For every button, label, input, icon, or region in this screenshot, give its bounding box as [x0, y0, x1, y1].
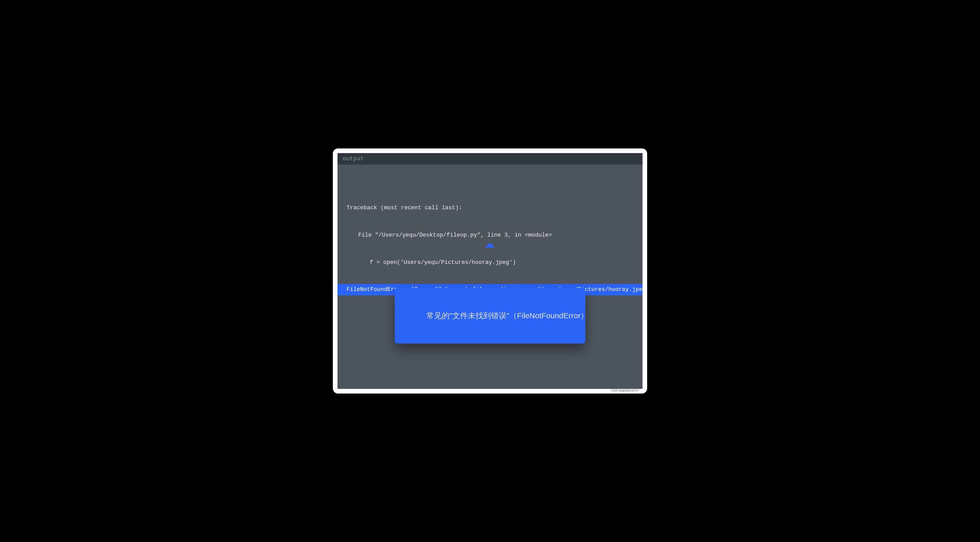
- traceback-line-1: Traceback (most recent call last):: [337, 201, 643, 215]
- callout-box: 常见的"文件未找到错误"（FileNotFoundError）: [395, 288, 585, 344]
- output-header: output: [337, 153, 643, 165]
- callout-container: 常见的"文件未找到错误"（FileNotFoundError）: [395, 247, 585, 371]
- callout-text: 常见的"文件未找到错误"（FileNotFoundError）: [426, 311, 588, 320]
- window-frame: output Traceback (most recent call last)…: [333, 148, 647, 394]
- output-header-label: output: [343, 156, 364, 162]
- watermark: CSDN @编程爱好者^O^: [611, 389, 639, 392]
- callout-arrow-icon: [485, 242, 495, 248]
- output-body: Traceback (most recent call last): File …: [337, 165, 643, 389]
- traceback-line-2: File "/Users/yequ/Desktop/fileop.py", li…: [337, 229, 643, 242]
- output-panel: output Traceback (most recent call last)…: [337, 153, 643, 389]
